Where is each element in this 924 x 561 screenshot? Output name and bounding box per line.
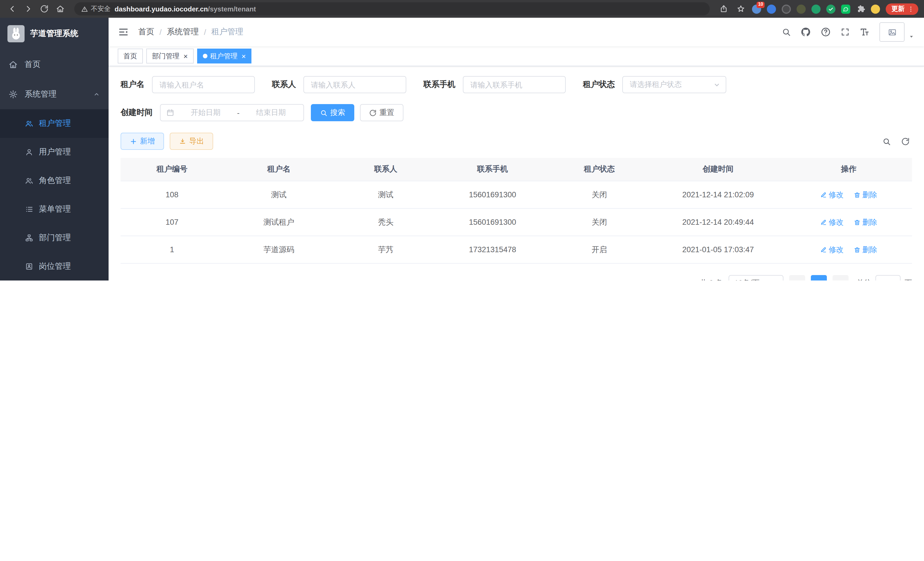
cell-phone: 15601691300	[437, 181, 548, 208]
tab-tenant-active[interactable]: 租户管理 ×	[197, 49, 251, 63]
delete-link[interactable]: 删除	[854, 190, 877, 200]
contact-input[interactable]	[303, 76, 406, 93]
search-icon[interactable]	[782, 27, 791, 37]
share-button[interactable]	[718, 3, 729, 15]
extension-icon-2[interactable]	[767, 4, 776, 14]
sidebar-item-label: 角色管理	[39, 176, 71, 186]
edit-link[interactable]: 修改	[820, 190, 844, 200]
calendar-icon	[166, 109, 174, 117]
app-title: 芋道管理系统	[30, 29, 78, 39]
github-icon[interactable]	[801, 27, 811, 37]
export-button[interactable]: 导出	[170, 133, 213, 150]
font-size-icon[interactable]	[860, 27, 870, 37]
breadcrumb-separator: /	[159, 27, 162, 37]
chevron-right-icon	[837, 280, 844, 281]
cell-actions: 修改 删除	[785, 208, 912, 236]
filter-phone: 联系手机	[423, 76, 566, 93]
sidebar-item-home[interactable]: 首页	[0, 50, 109, 80]
filter-create-time: 创建时间 开始日期 - 结束日期	[121, 104, 304, 121]
filter-label: 创建时间	[121, 108, 153, 118]
browser-forward-button[interactable]	[22, 3, 34, 15]
refresh-icon	[369, 109, 376, 116]
goto-page-input[interactable]	[875, 275, 901, 281]
extension-icon-4[interactable]	[796, 4, 806, 14]
edit-link[interactable]: 修改	[820, 217, 844, 227]
cell-actions: 修改 删除	[785, 236, 912, 263]
sidebar-item-users[interactable]: 用户管理	[0, 138, 109, 166]
tab-home[interactable]: 首页	[118, 49, 143, 63]
bookmark-star-button[interactable]	[735, 3, 746, 15]
delete-link[interactable]: 删除	[854, 217, 877, 227]
page-number-active[interactable]: 1	[811, 275, 827, 281]
cell-tenant-name: 芋道源码	[224, 236, 334, 263]
user-menu[interactable]	[879, 22, 915, 42]
sidebar-item-label: 租户管理	[39, 118, 71, 129]
col-actions: 操作	[785, 158, 912, 181]
site-security[interactable]: 不安全	[81, 5, 111, 13]
people-icon	[25, 177, 33, 185]
cell-phone: 15601691300	[437, 208, 548, 236]
reset-button[interactable]: 重置	[360, 104, 404, 121]
next-page-button[interactable]	[832, 275, 849, 281]
prev-page-button[interactable]	[789, 275, 805, 281]
breadcrumb-system[interactable]: 系统管理	[167, 27, 199, 37]
date-range-picker[interactable]: 开始日期 - 结束日期	[160, 104, 304, 121]
tenant-name-input[interactable]	[152, 76, 255, 93]
update-label: 更新	[891, 5, 904, 13]
close-icon[interactable]: ×	[183, 52, 188, 60]
cell-contact: 秃头	[334, 208, 437, 236]
extension-icon-chat[interactable]	[841, 4, 850, 14]
sidebar-item-departments[interactable]: 部门管理	[0, 224, 109, 252]
cell-contact: 芋艿	[334, 236, 437, 263]
extension-icon-3[interactable]	[782, 4, 791, 14]
extension-icon-5[interactable]	[812, 4, 820, 14]
filter-label: 租户名	[121, 80, 145, 90]
table-row: 108 测试 测试 15601691300 关闭 2021-12-14 21:0…	[121, 181, 912, 208]
edit-link[interactable]: 修改	[820, 244, 844, 255]
docs-question-icon[interactable]	[820, 27, 831, 37]
table-tools	[882, 137, 912, 146]
chevron-up-icon	[93, 91, 100, 98]
chevron-down-icon	[713, 81, 721, 88]
sidebar-item-system[interactable]: 系统管理	[0, 80, 109, 109]
extension-icon-1[interactable]: 10	[752, 4, 761, 14]
col-contact: 联系人	[334, 158, 437, 181]
add-button[interactable]: 新增	[121, 133, 164, 150]
extension-icon-profile[interactable]	[871, 4, 880, 14]
filter-label: 租户状态	[583, 80, 615, 90]
toggle-search-icon[interactable]	[882, 137, 891, 146]
table-row: 107 测试租户 秃头 15601691300 关闭 2021-12-14 20…	[121, 208, 912, 236]
sidebar-item-roles[interactable]: 角色管理	[0, 166, 109, 195]
cell-tenant-name: 测试	[224, 181, 334, 208]
navbar-actions	[782, 22, 915, 42]
browser-back-button[interactable]	[6, 3, 18, 15]
cell-phone: 17321315478	[437, 236, 548, 263]
delete-link[interactable]: 删除	[854, 244, 877, 255]
address-bar[interactable]: 不安全 dashboard.yudao.iocoder.cn/system/te…	[74, 2, 710, 15]
fullscreen-icon[interactable]	[841, 27, 850, 37]
app-logo[interactable]: 芋道管理系统	[0, 18, 109, 50]
sidebar-item-menus[interactable]: 菜单管理	[0, 195, 109, 224]
browser-update-button[interactable]: 更新	[886, 3, 918, 15]
pagination: 共 3 条 10条/页 1 前往 页	[121, 275, 912, 281]
sidebar-item-positions[interactable]: 岗位管理	[0, 252, 109, 281]
close-icon[interactable]: ×	[242, 52, 246, 60]
breadcrumb-home[interactable]: 首页	[138, 27, 154, 37]
hamburger-icon[interactable]	[118, 26, 129, 38]
browser-toolbar: 不安全 dashboard.yudao.iocoder.cn/system/te…	[0, 0, 924, 18]
phone-input[interactable]	[463, 76, 566, 93]
browser-reload-button[interactable]	[38, 3, 50, 15]
tenant-table: 租户编号 租户名 联系人 联系手机 租户状态 创建时间 操作 108 测试	[121, 158, 912, 264]
page-size-select[interactable]: 10条/页	[729, 275, 783, 281]
filter-status: 租户状态 请选择租户状态	[583, 76, 726, 93]
refresh-table-icon[interactable]	[901, 137, 910, 146]
sidebar-item-tenant[interactable]: 租户管理	[0, 109, 109, 138]
extension-icon-check[interactable]	[826, 4, 836, 14]
tab-department[interactable]: 部门管理 ×	[146, 49, 194, 63]
browser-home-button[interactable]	[54, 3, 66, 15]
cell-status: 关闭	[548, 181, 651, 208]
cell-status: 开启	[548, 236, 651, 263]
search-button[interactable]: 搜索	[311, 104, 354, 121]
status-select[interactable]: 请选择租户状态	[622, 76, 726, 93]
extensions-puzzle-icon[interactable]	[856, 4, 865, 14]
